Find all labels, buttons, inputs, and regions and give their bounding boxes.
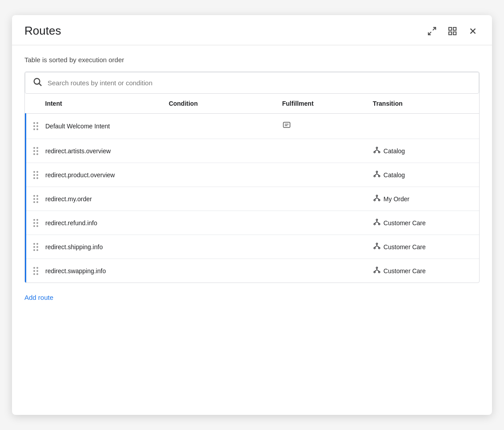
transition-value: Catalog [366,163,479,187]
transition-cell: My Order [366,187,479,211]
drag-handle[interactable] [32,195,40,203]
intent-cell: redirect.swapping.info [26,260,162,282]
routes-table: Intent Condition Fulfillment Transition [25,94,479,283]
transition-cell: Catalog [366,163,479,187]
table-header: Intent Condition Fulfillment Transition [26,94,480,114]
svg-line-29 [375,198,377,199]
branch-icon [373,242,381,251]
svg-rect-3 [453,27,456,30]
svg-point-21 [378,175,380,177]
transition-cell: Customer Care [366,235,479,259]
svg-line-48 [377,270,379,271]
svg-line-17 [375,150,377,151]
drag-handle[interactable] [32,243,40,251]
svg-line-47 [375,270,377,271]
svg-point-20 [374,175,375,177]
table-container: Intent Condition Fulfillment Transition [24,72,480,283]
fulfillment-cell [275,114,366,139]
branch-icon [373,170,381,179]
add-route-button[interactable]: Add route [24,292,53,303]
svg-rect-10 [283,122,290,127]
branch-icon [373,194,381,203]
search-input[interactable] [48,79,472,87]
col-header-transition: Transition [366,94,479,114]
close-button[interactable] [466,24,480,38]
svg-line-1 [428,32,431,34]
grid-icon-button[interactable] [446,24,459,38]
search-bar [25,72,479,94]
intent-cell: redirect.refund.info [26,212,162,234]
table-row[interactable]: redirect.artists.overview Catalog [26,139,480,163]
svg-point-19 [376,171,377,172]
svg-line-30 [377,198,379,199]
condition-cell [162,139,275,163]
table-row[interactable]: redirect.product.overview Catalog [26,163,480,187]
transition-cell: Customer Care [366,259,479,283]
table-body: Default Welcome Intent redirect.artists.… [26,114,480,283]
expand-icon [427,26,437,36]
transition-label: My Order [384,195,409,203]
transition-value: Catalog [366,139,479,163]
table-row[interactable]: redirect.shipping.info Customer Care [26,235,480,259]
intent-cell: redirect.shipping.info [26,236,162,258]
svg-line-0 [433,27,436,30]
drag-handle[interactable] [32,219,40,227]
col-header-intent: Intent [26,94,162,114]
intent-cell: redirect.product.overview [26,164,162,186]
intent-text: redirect.artists.overview [45,147,111,155]
search-icon [32,77,42,89]
drag-handle[interactable] [32,171,40,179]
intent-cell: redirect.my.order [26,188,162,210]
table-row[interactable]: redirect.refund.info Customer Care [26,211,480,235]
drag-handle[interactable] [32,267,40,275]
transition-value: Customer Care [366,259,479,283]
branch-icon [373,266,381,275]
sort-label: Table is sorted by execution order [24,56,480,64]
condition-cell [162,187,275,211]
branch-icon [373,146,381,155]
svg-point-39 [378,247,380,249]
col-header-fulfillment: Fulfillment [275,94,366,114]
fulfillment-cell [275,139,366,163]
svg-point-27 [378,199,380,201]
drag-handle[interactable] [32,122,40,130]
transition-value: My Order [366,187,479,211]
transition-label: Customer Care [384,219,426,227]
fulfillment-cell [275,235,366,259]
svg-line-41 [375,246,377,247]
col-header-condition: Condition [162,94,275,114]
transition-value: Customer Care [366,211,479,235]
condition-cell [162,163,275,187]
table-row[interactable]: redirect.swapping.info Customer Care [26,259,480,283]
table-row[interactable]: Default Welcome Intent [26,114,480,139]
branch-icon [373,218,381,227]
intent-text: redirect.swapping.info [45,267,106,275]
intent-text: redirect.shipping.info [45,243,103,251]
intent-text: redirect.my.order [45,195,92,203]
svg-point-31 [376,219,377,220]
svg-point-43 [376,267,377,268]
fulfillment-cell [275,187,366,211]
condition-cell [162,211,275,235]
header-icons [425,24,480,38]
transition-value: Customer Care [366,235,479,259]
svg-point-15 [378,151,380,153]
fulfillment-cell [275,211,366,235]
dialog-body: Table is sorted by execution order Inten… [12,45,492,415]
expand-icon-button[interactable] [425,24,439,38]
condition-cell [162,235,275,259]
svg-point-14 [374,151,375,153]
intent-text: Default Welcome Intent [45,123,110,130]
table-row[interactable]: redirect.my.order My Order [26,187,480,211]
intent-cell: redirect.artists.overview [26,140,162,162]
dialog-header: Routes [12,15,492,45]
grid-icon [448,26,457,36]
transition-label: Customer Care [384,243,426,251]
fulfillment-cell [275,163,366,187]
svg-rect-2 [449,27,452,30]
condition-cell [162,114,275,139]
svg-line-35 [375,222,377,223]
svg-point-32 [374,223,375,225]
svg-rect-4 [449,32,452,34]
drag-handle[interactable] [32,147,40,155]
